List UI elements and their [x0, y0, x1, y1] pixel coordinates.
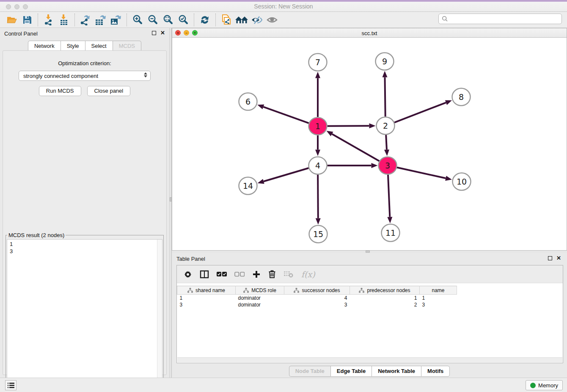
search-box[interactable] — [438, 14, 562, 24]
delete-table-icon[interactable] — [284, 271, 294, 278]
create-column-plus-icon[interactable] — [252, 270, 261, 279]
svg-text:6: 6 — [245, 97, 250, 106]
cell-shared-name[interactable]: 3 — [177, 301, 236, 308]
mcds-result-text[interactable]: 13 — [7, 239, 162, 391]
column-header-MCDS-role[interactable]: MCDS role — [236, 286, 284, 295]
control-panel-header: Control Panel ✕ — [0, 28, 169, 40]
graph-node-4[interactable]: 4 — [309, 157, 327, 174]
delete-columns-trash-icon[interactable] — [268, 270, 276, 279]
edge-1-6[interactable] — [263, 107, 308, 123]
edge-2-9[interactable] — [385, 77, 385, 116]
edge-arrowhead — [372, 163, 378, 168]
edge-4-14[interactable] — [264, 168, 308, 182]
edge-4-15[interactable] — [318, 174, 318, 218]
edge-1-2[interactable] — [327, 126, 369, 126]
selected-option: strongly connected component — [23, 73, 98, 79]
export-table-icon[interactable] — [93, 13, 108, 27]
tab-motifs[interactable]: Motifs — [421, 366, 450, 377]
zoom-selected-icon[interactable] — [176, 13, 191, 27]
graph-node-11[interactable]: 11 — [382, 224, 400, 242]
tab-edge-table[interactable]: Edge Table — [330, 366, 372, 377]
cell-predecessor-nodes[interactable]: 2 — [350, 301, 420, 308]
zoom-in-icon[interactable] — [130, 13, 145, 27]
graph-node-3[interactable]: 3 — [379, 157, 397, 174]
table-panel-tabs: Node TableEdge TableNetwork TableMotifs — [172, 366, 567, 377]
svg-text:11: 11 — [385, 228, 396, 237]
graph-node-6[interactable]: 6 — [239, 93, 257, 110]
graph-node-7[interactable]: 7 — [309, 54, 327, 71]
tab-style[interactable]: Style — [61, 41, 85, 51]
function-builder-icon[interactable]: f(x) — [301, 270, 315, 279]
graph-node-14[interactable]: 14 — [239, 177, 257, 195]
table-settings-gear-icon[interactable] — [184, 270, 192, 279]
edge-3-10[interactable] — [397, 168, 446, 178]
hide-unselected-eye-icon[interactable] — [249, 13, 264, 27]
graph-node-8[interactable]: 8 — [452, 88, 471, 106]
close-panel-icon[interactable]: ✕ — [160, 31, 165, 35]
tab-node-table[interactable]: Node Table — [289, 366, 330, 377]
result-scrollbar[interactable] — [157, 240, 162, 390]
cell-shared-name[interactable]: 1 — [177, 295, 236, 301]
refresh-layout-icon[interactable] — [197, 13, 212, 27]
cell-name[interactable]: 3 — [420, 301, 457, 308]
float-panel-icon[interactable] — [548, 256, 552, 260]
tab-network[interactable]: Network — [28, 41, 61, 51]
memory-button[interactable]: Memory — [526, 380, 563, 390]
search-input[interactable] — [448, 15, 561, 23]
edge-2-3[interactable] — [386, 135, 387, 149]
splitter-grip[interactable] — [366, 251, 370, 253]
close-panel-button[interactable]: Close panel — [87, 86, 131, 96]
optimization-criterion-select[interactable]: strongly connected component — [19, 71, 151, 81]
graph-node-1[interactable]: 1 — [309, 118, 327, 135]
graph-node-9[interactable]: 9 — [376, 53, 394, 70]
tab-network-table[interactable]: Network Table — [372, 366, 421, 377]
toolbar-separator — [74, 14, 75, 26]
column-header-name[interactable]: name — [420, 286, 457, 295]
edge-2-8[interactable] — [394, 102, 446, 122]
cell-successor-nodes[interactable]: 4 — [284, 295, 350, 301]
cell-MCDS-role[interactable]: dominator — [236, 295, 284, 301]
deselect-all-columns-icon[interactable] — [234, 272, 245, 277]
home-houses-icon[interactable] — [234, 13, 249, 27]
run-mcds-button[interactable]: Run MCDS — [39, 86, 81, 96]
graph-node-10[interactable]: 10 — [453, 173, 471, 190]
tab-mcds[interactable]: MCDS — [113, 41, 141, 51]
export-network-icon[interactable] — [78, 13, 93, 27]
node-table: shared nameMCDS rolesuccessor nodesprede… — [177, 286, 563, 308]
import-network-icon[interactable] — [41, 13, 56, 27]
column-header-successor-nodes[interactable]: successor nodes — [284, 286, 350, 295]
table-hscrollbar[interactable] — [177, 357, 562, 362]
show-all-eye-icon[interactable] — [264, 13, 280, 27]
graph-node-15[interactable]: 15 — [309, 226, 328, 243]
memory-label: Memory — [538, 382, 558, 389]
clone-network-icon[interactable] — [219, 13, 234, 27]
edge-arrowhead — [445, 176, 452, 181]
edge-3-11[interactable] — [388, 174, 390, 217]
import-table-icon[interactable] — [56, 13, 72, 27]
close-panel-icon[interactable]: ✕ — [556, 256, 561, 260]
cell-predecessor-nodes[interactable]: 1 — [350, 295, 420, 301]
float-panel-icon[interactable] — [152, 31, 156, 35]
cell-MCDS-role[interactable]: dominator — [236, 301, 284, 308]
column-header-shared-name[interactable]: shared name — [177, 286, 236, 295]
open-session-icon[interactable] — [4, 13, 19, 27]
tab-select[interactable]: Select — [85, 41, 113, 51]
edge-3-1[interactable] — [332, 134, 380, 161]
task-history-menu-button[interactable] — [5, 380, 17, 390]
zoom-out-icon[interactable] — [145, 13, 160, 27]
svg-text:1: 1 — [315, 121, 320, 131]
select-all-columns-icon[interactable] — [217, 272, 227, 277]
table-toolbar: f(x) — [177, 265, 563, 283]
save-session-icon[interactable] — [19, 13, 35, 27]
export-image-icon[interactable] — [108, 13, 124, 27]
column-header-predecessor-nodes[interactable]: predecessor nodes — [350, 286, 420, 295]
column-view-icon[interactable] — [200, 270, 209, 279]
network-canvas[interactable]: 7968124314101511 — [172, 38, 567, 250]
graph-node-2[interactable]: 2 — [377, 117, 395, 135]
cell-name[interactable]: 1 — [420, 295, 457, 301]
zoom-fit-icon[interactable] — [160, 13, 176, 27]
table-row[interactable]: 3dominator323 — [177, 301, 563, 308]
table-row[interactable]: 1dominator411 — [177, 295, 563, 301]
cell-successor-nodes[interactable]: 3 — [284, 301, 350, 308]
mcds-tab-content: Optimization criterion: strongly connect… — [3, 50, 167, 375]
